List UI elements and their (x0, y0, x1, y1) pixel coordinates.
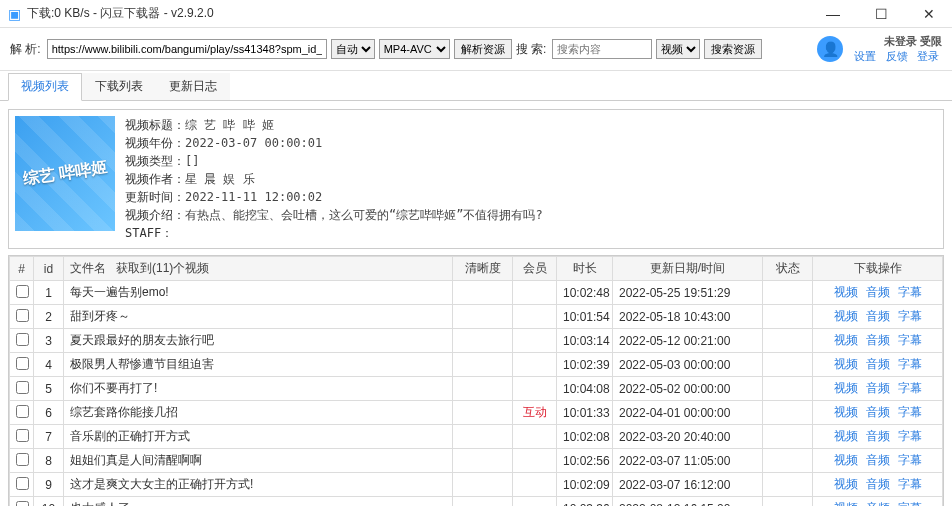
download-video-link[interactable]: 视频 (834, 333, 858, 347)
cell-quality (453, 305, 513, 329)
table-row[interactable]: 2甜到牙疼～10:01:542022-05-18 10:43:00视频音频字幕 (10, 305, 943, 329)
table-row[interactable]: 1每天一遍告别emo!10:02:482022-05-25 19:51:29视频… (10, 281, 943, 305)
cell-status (763, 425, 813, 449)
format-select[interactable]: MP4-AVC (379, 39, 450, 59)
table-row[interactable]: 4极限男人帮惨遭节目组迫害10:02:392022-05-03 00:00:00… (10, 353, 943, 377)
cell-status (763, 497, 813, 507)
cell-member (513, 305, 557, 329)
maximize-button[interactable]: ☐ (866, 6, 896, 22)
download-video-link[interactable]: 视频 (834, 501, 858, 506)
cell-id: 3 (34, 329, 64, 353)
download-subtitle-link[interactable]: 字幕 (898, 357, 922, 371)
feedback-link[interactable]: 反馈 (886, 50, 908, 62)
download-video-link[interactable]: 视频 (834, 381, 858, 395)
download-audio-link[interactable]: 音频 (866, 429, 890, 443)
cell-status (763, 377, 813, 401)
tab-changelog[interactable]: 更新日志 (156, 73, 230, 100)
table-row[interactable]: 8姐姐们真是人间清醒啊啊10:02:562022-03-07 11:05:00视… (10, 449, 943, 473)
row-checkbox[interactable] (16, 309, 29, 322)
download-video-link[interactable]: 视频 (834, 429, 858, 443)
download-video-link[interactable]: 视频 (834, 357, 858, 371)
tab-video-list[interactable]: 视频列表 (8, 73, 82, 101)
download-video-link[interactable]: 视频 (834, 453, 858, 467)
search-button[interactable]: 搜索资源 (704, 39, 762, 59)
cell-member (513, 497, 557, 507)
table-row[interactable]: 3夏天跟最好的朋友去旅行吧10:03:142022-05-12 00:21:00… (10, 329, 943, 353)
row-checkbox[interactable] (16, 501, 29, 507)
download-subtitle-link[interactable]: 字幕 (898, 285, 922, 299)
download-audio-link[interactable]: 音频 (866, 501, 890, 506)
cell-ops: 视频音频字幕 (813, 281, 943, 305)
cell-quality (453, 377, 513, 401)
download-audio-link[interactable]: 音频 (866, 453, 890, 467)
cell-date: 2022-03-20 20:40:00 (613, 425, 763, 449)
cell-id: 5 (34, 377, 64, 401)
row-checkbox[interactable] (16, 357, 29, 370)
cell-member (513, 329, 557, 353)
table-row[interactable]: 9这才是爽文大女主的正确打开方式!10:02:092022-03-07 16:1… (10, 473, 943, 497)
search-input[interactable] (552, 39, 652, 59)
cell-date: 2022-05-25 19:51:29 (613, 281, 763, 305)
login-link[interactable]: 登录 (917, 50, 939, 62)
download-video-link[interactable]: 视频 (834, 309, 858, 323)
cell-filename: 每天一遍告别emo! (64, 281, 453, 305)
row-checkbox[interactable] (16, 285, 29, 298)
download-audio-link[interactable]: 音频 (866, 309, 890, 323)
download-video-link[interactable]: 视频 (834, 285, 858, 299)
download-subtitle-link[interactable]: 字幕 (898, 381, 922, 395)
row-checkbox[interactable] (16, 453, 29, 466)
cell-filename: 极限男人帮惨遭节目组迫害 (64, 353, 453, 377)
table-row[interactable]: 6综艺套路你能接几招互动10:01:332022-04-01 00:00:00视… (10, 401, 943, 425)
cell-quality (453, 353, 513, 377)
settings-link[interactable]: 设置 (854, 50, 876, 62)
download-audio-link[interactable]: 音频 (866, 477, 890, 491)
download-video-link[interactable]: 视频 (834, 405, 858, 419)
table-row[interactable]: 5你们不要再打了!10:04:082022-05-02 00:00:00视频音频… (10, 377, 943, 401)
row-checkbox[interactable] (16, 405, 29, 418)
download-subtitle-link[interactable]: 字幕 (898, 333, 922, 347)
cell-member (513, 377, 557, 401)
download-subtitle-link[interactable]: 字幕 (898, 405, 922, 419)
avatar[interactable]: 👤 (817, 36, 843, 62)
cell-member (513, 449, 557, 473)
download-subtitle-link[interactable]: 字幕 (898, 429, 922, 443)
cell-date: 2022-05-12 00:21:00 (613, 329, 763, 353)
download-audio-link[interactable]: 音频 (866, 333, 890, 347)
download-audio-link[interactable]: 音频 (866, 285, 890, 299)
tab-download-list[interactable]: 下载列表 (82, 73, 156, 100)
search-type-select[interactable]: 视频 (656, 39, 700, 59)
download-audio-link[interactable]: 音频 (866, 357, 890, 371)
mode-select[interactable]: 自动 (331, 39, 375, 59)
cell-member (513, 353, 557, 377)
table-header: # id 文件名 获取到(11)个视频 清晰度 会员 时长 更新日期/时间 状态… (10, 257, 943, 281)
download-subtitle-link[interactable]: 字幕 (898, 453, 922, 467)
cell-date: 2022-05-03 00:00:00 (613, 353, 763, 377)
cell-duration: 10:02:08 (557, 425, 613, 449)
cell-date: 2022-05-18 10:43:00 (613, 305, 763, 329)
row-checkbox[interactable] (16, 429, 29, 442)
window-title: 下载:0 KB/s - 闪豆下载器 - v2.9.2.0 (27, 5, 818, 22)
row-checkbox[interactable] (16, 477, 29, 490)
download-subtitle-link[interactable]: 字幕 (898, 309, 922, 323)
download-subtitle-link[interactable]: 字幕 (898, 501, 922, 506)
cell-date: 2022-04-01 00:00:00 (613, 401, 763, 425)
download-subtitle-link[interactable]: 字幕 (898, 477, 922, 491)
table-row[interactable]: 10也太感人了10:03:362022-08-12 16:15:00视频音频字幕 (10, 497, 943, 507)
cell-duration: 10:02:48 (557, 281, 613, 305)
cell-id: 6 (34, 401, 64, 425)
url-input[interactable] (47, 39, 327, 59)
cell-filename: 音乐剧的正确打开方式 (64, 425, 453, 449)
row-checkbox[interactable] (16, 333, 29, 346)
download-audio-link[interactable]: 音频 (866, 381, 890, 395)
cell-duration: 10:01:54 (557, 305, 613, 329)
parse-button[interactable]: 解析资源 (454, 39, 512, 59)
download-audio-link[interactable]: 音频 (866, 405, 890, 419)
close-button[interactable]: ✕ (914, 6, 944, 22)
download-video-link[interactable]: 视频 (834, 477, 858, 491)
row-checkbox[interactable] (16, 381, 29, 394)
cell-status (763, 305, 813, 329)
minimize-button[interactable]: — (818, 6, 848, 22)
cell-ops: 视频音频字幕 (813, 377, 943, 401)
table-row[interactable]: 7音乐剧的正确打开方式10:02:082022-03-20 20:40:00视频… (10, 425, 943, 449)
cell-member (513, 281, 557, 305)
